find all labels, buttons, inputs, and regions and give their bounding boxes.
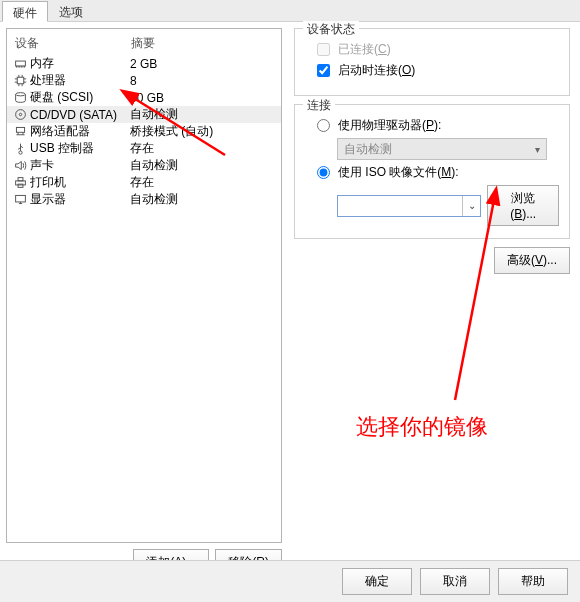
device-name: 显示器 bbox=[30, 191, 130, 208]
sound-icon bbox=[13, 158, 28, 173]
label-use-iso: 使用 ISO 映像文件(M): bbox=[338, 164, 459, 181]
device-row-printer[interactable]: 打印机 存在 bbox=[7, 174, 281, 191]
ok-button[interactable]: 确定 bbox=[342, 568, 412, 595]
device-summary: 存在 bbox=[130, 174, 275, 191]
device-name: 硬盘 (SCSI) bbox=[30, 89, 130, 106]
radio-use-physical[interactable] bbox=[317, 119, 330, 132]
svg-rect-5 bbox=[16, 127, 24, 132]
device-row-network[interactable]: 网络适配器 桥接模式 (自动) bbox=[7, 123, 281, 140]
advanced-button[interactable]: 高级(V)... bbox=[494, 247, 570, 274]
device-summary: 2 GB bbox=[130, 57, 275, 71]
group-title-status: 设备状态 bbox=[303, 21, 359, 38]
help-button[interactable]: 帮助 bbox=[498, 568, 568, 595]
device-name: USB 控制器 bbox=[30, 140, 130, 157]
col-header-summary: 摘要 bbox=[131, 35, 273, 52]
svg-rect-8 bbox=[18, 178, 23, 181]
device-row-display[interactable]: 显示器 自动检测 bbox=[7, 191, 281, 208]
label-use-physical: 使用物理驱动器(P): bbox=[338, 117, 441, 134]
tab-hardware[interactable]: 硬件 bbox=[2, 1, 48, 22]
device-row-disk[interactable]: 硬盘 (SCSI) 60 GB bbox=[7, 89, 281, 106]
device-summary: 60 GB bbox=[130, 91, 275, 105]
device-name: 处理器 bbox=[30, 72, 130, 89]
cancel-button[interactable]: 取消 bbox=[420, 568, 490, 595]
checkbox-connect-on-power[interactable] bbox=[317, 64, 330, 77]
device-name: 网络适配器 bbox=[30, 123, 130, 140]
device-name: 声卡 bbox=[30, 157, 130, 174]
device-name: 内存 bbox=[30, 55, 130, 72]
usb-icon bbox=[13, 141, 28, 156]
printer-icon bbox=[13, 175, 28, 190]
checkbox-connected bbox=[317, 43, 330, 56]
col-header-device: 设备 bbox=[15, 35, 131, 52]
dropdown-physical-drive[interactable]: 自动检测 ▾ bbox=[337, 138, 547, 160]
device-row-cpu[interactable]: 处理器 8 bbox=[7, 72, 281, 89]
device-row-memory[interactable]: 内存 2 GB bbox=[7, 55, 281, 72]
device-name: CD/DVD (SATA) bbox=[30, 108, 130, 122]
dialog-button-bar: 确定 取消 帮助 bbox=[0, 560, 580, 602]
device-summary: 存在 bbox=[130, 140, 275, 157]
group-connection: 连接 使用物理驱动器(P): 自动检测 ▾ 使用 ISO 映像文件(M): ⌄ … bbox=[294, 104, 570, 239]
svg-rect-0 bbox=[16, 61, 26, 66]
chevron-down-icon: ⌄ bbox=[462, 196, 480, 216]
disc-icon bbox=[13, 107, 28, 122]
dropdown-value: 自动检测 bbox=[344, 141, 392, 158]
device-summary: 自动检测 bbox=[130, 157, 275, 174]
label-connect-on-power: 启动时连接(O) bbox=[338, 62, 415, 79]
svg-point-6 bbox=[19, 151, 22, 154]
svg-point-3 bbox=[16, 110, 26, 120]
chevron-down-icon: ▾ bbox=[535, 144, 540, 155]
device-summary: 8 bbox=[130, 74, 275, 88]
cpu-icon bbox=[13, 73, 28, 88]
svg-rect-10 bbox=[16, 195, 26, 202]
label-connected: 已连接(C) bbox=[338, 41, 391, 58]
device-summary: 自动检测 bbox=[130, 106, 275, 123]
group-device-status: 设备状态 已连接(C) 启动时连接(O) bbox=[294, 28, 570, 96]
tab-bar: 硬件 选项 bbox=[0, 0, 580, 22]
memory-icon bbox=[13, 56, 28, 71]
browse-button[interactable]: 浏览(B)... bbox=[487, 185, 559, 226]
device-row-sound[interactable]: 声卡 自动检测 bbox=[7, 157, 281, 174]
device-summary: 桥接模式 (自动) bbox=[130, 123, 275, 140]
device-row-usb[interactable]: USB 控制器 存在 bbox=[7, 140, 281, 157]
disk-icon bbox=[13, 90, 28, 105]
annotation-text: 选择你的镜像 bbox=[356, 412, 488, 442]
svg-point-2 bbox=[16, 93, 26, 96]
display-icon bbox=[13, 192, 28, 207]
device-name: 打印机 bbox=[30, 174, 130, 191]
device-row-cddvd[interactable]: CD/DVD (SATA) 自动检测 bbox=[7, 106, 281, 123]
svg-rect-1 bbox=[17, 77, 24, 84]
combo-iso-path[interactable]: ⌄ bbox=[337, 195, 481, 217]
radio-use-iso[interactable] bbox=[317, 166, 330, 179]
network-icon bbox=[13, 124, 28, 139]
svg-point-4 bbox=[19, 113, 21, 115]
tab-options[interactable]: 选项 bbox=[48, 0, 94, 21]
device-summary: 自动检测 bbox=[130, 191, 275, 208]
group-title-connection: 连接 bbox=[303, 97, 335, 114]
device-list: 设备 摘要 内存 2 GB 处理器 8 硬盘 (SCSI) 60 GB CD/D… bbox=[6, 28, 282, 543]
